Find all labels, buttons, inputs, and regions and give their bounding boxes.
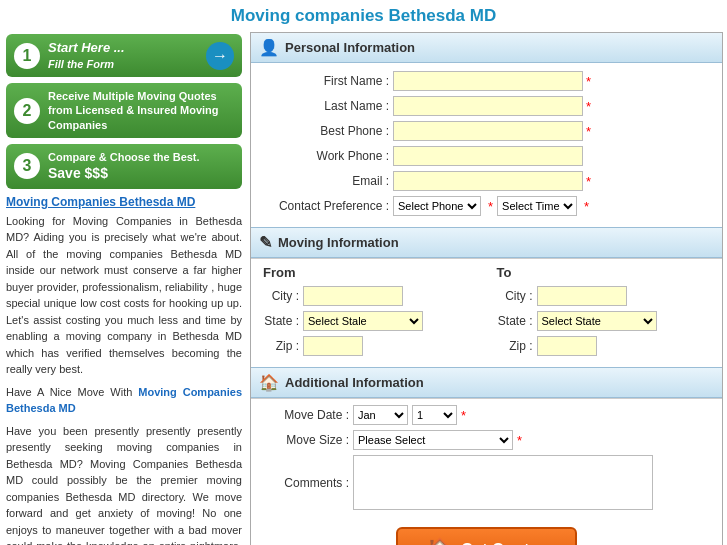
get-quotes-icon: 🏠 xyxy=(426,537,453,545)
personal-info-section: First Name : * Last Name : * Best Phone … xyxy=(251,63,722,227)
additional-info-section: Move Date : Jan FebMarApr MayJunJul AugS… xyxy=(251,398,722,521)
best-phone-required: * xyxy=(586,124,591,139)
step-3-text: Compare & Choose the Best. Save $$$ xyxy=(48,150,234,182)
move-date-required: * xyxy=(461,408,466,423)
moving-columns: From City : State : Select Stale Zip : xyxy=(263,265,710,361)
to-zip-row: Zip : xyxy=(497,336,711,356)
last-name-label: Last Name : xyxy=(263,99,393,113)
person-icon: 👤 xyxy=(259,38,279,57)
step-2-number: 2 xyxy=(14,98,40,124)
email-required: * xyxy=(586,174,591,189)
get-quotes-label: Get Quotes xyxy=(461,541,547,545)
best-phone-input[interactable] xyxy=(393,121,583,141)
from-city-input[interactable] xyxy=(303,286,403,306)
to-state-row: State : Select State xyxy=(497,311,711,331)
contact-phone-select[interactable]: Select Phone xyxy=(393,196,481,216)
step-1-number: 1 xyxy=(14,43,40,69)
personal-info-header: 👤 Personal Information xyxy=(251,33,722,63)
moving-info-section: From City : State : Select Stale Zip : xyxy=(251,258,722,367)
sidebar-para2-prefix: Have A Nice Move With xyxy=(6,386,138,398)
contact-phone-required: * xyxy=(488,199,493,214)
sidebar-link[interactable]: Moving Companies Bethesda MD xyxy=(6,195,242,209)
contact-pref-row: Contact Preference : Select Phone * Sele… xyxy=(263,196,710,216)
from-title: From xyxy=(263,265,477,280)
contact-pref-label: Contact Preference : xyxy=(263,199,393,213)
from-state-label: State : xyxy=(263,314,303,328)
contact-pref-selects: Select Phone * Select Time * xyxy=(393,196,589,216)
to-city-input[interactable] xyxy=(537,286,627,306)
day-select[interactable]: 1 2345 6789 10111213 14151617 18192021 2… xyxy=(412,405,457,425)
from-zip-row: Zip : xyxy=(263,336,477,356)
step-2-text: Receive Multiple Moving Quotes from Lice… xyxy=(48,89,234,132)
first-name-required: * xyxy=(586,74,591,89)
move-size-label: Move Size : xyxy=(263,433,353,447)
additional-info-title: Additional Information xyxy=(285,375,424,390)
get-quotes-row: 🏠 Get Quotes xyxy=(251,521,722,545)
personal-info-title: Personal Information xyxy=(285,40,415,55)
page-title: Moving companies Bethesda MD xyxy=(0,6,727,26)
month-select[interactable]: Jan FebMarApr MayJunJul AugSepOct NovDec xyxy=(353,405,408,425)
move-size-select[interactable]: Please Select Studio 1 Bedroom 2 Bedroom… xyxy=(353,430,513,450)
from-city-row: City : xyxy=(263,286,477,306)
from-state-row: State : Select Stale xyxy=(263,311,477,331)
to-city-label: City : xyxy=(497,289,537,303)
step-1-line2: Fill the Form xyxy=(48,57,200,71)
step-1-box: 1 Start Here ... Fill the Form → xyxy=(6,34,242,77)
from-state-select[interactable]: Select Stale xyxy=(303,311,423,331)
from-zip-label: Zip : xyxy=(263,339,303,353)
sidebar-para3: Have you been presently presently presen… xyxy=(6,423,242,545)
to-title: To xyxy=(497,265,711,280)
email-row: Email : * xyxy=(263,171,710,191)
contact-time-required: * xyxy=(584,199,589,214)
work-phone-input[interactable] xyxy=(393,146,583,166)
to-city-row: City : xyxy=(497,286,711,306)
first-name-input[interactable] xyxy=(393,71,583,91)
last-name-required: * xyxy=(586,99,591,114)
moving-info-title: Moving Information xyxy=(278,235,399,250)
comments-label: Comments : xyxy=(263,476,353,490)
to-zip-input[interactable] xyxy=(537,336,597,356)
contact-time-select[interactable]: Select Time xyxy=(497,196,577,216)
first-name-row: First Name : * xyxy=(263,71,710,91)
step-1-arrow[interactable]: → xyxy=(206,42,234,70)
comments-row: Comments : xyxy=(263,455,710,510)
from-zip-input[interactable] xyxy=(303,336,363,356)
to-column: To City : State : Select State Zip : xyxy=(497,265,711,361)
to-state-label: State : xyxy=(497,314,537,328)
to-zip-label: Zip : xyxy=(497,339,537,353)
sidebar: 1 Start Here ... Fill the Form → 2 Recei… xyxy=(0,30,248,545)
step-3-number: 3 xyxy=(14,153,40,179)
email-label: Email : xyxy=(263,174,393,188)
move-date-row: Move Date : Jan FebMarApr MayJunJul AugS… xyxy=(263,405,710,425)
work-phone-label: Work Phone : xyxy=(263,149,393,163)
move-size-row: Move Size : Please Select Studio 1 Bedro… xyxy=(263,430,710,450)
step-3-save: Save $$$ xyxy=(48,165,108,181)
from-city-label: City : xyxy=(263,289,303,303)
pencil-icon: ✎ xyxy=(259,233,272,252)
moving-info-header: ✎ Moving Information xyxy=(251,227,722,258)
to-state-select[interactable]: Select State xyxy=(537,311,657,331)
step-3-prefix: Compare & Choose the Best. xyxy=(48,151,200,163)
sidebar-para1: Looking for Moving Companies in Bethesda… xyxy=(6,213,242,378)
best-phone-row: Best Phone : * xyxy=(263,121,710,141)
move-date-label: Move Date : xyxy=(263,408,353,422)
best-phone-label: Best Phone : xyxy=(263,124,393,138)
comments-textarea[interactable] xyxy=(353,455,653,510)
step-1-text: Start Here ... Fill the Form xyxy=(48,40,200,71)
work-phone-row: Work Phone : xyxy=(263,146,710,166)
step-1-line1: Start Here ... xyxy=(48,40,200,57)
email-input[interactable] xyxy=(393,171,583,191)
last-name-input[interactable] xyxy=(393,96,583,116)
house-icon: 🏠 xyxy=(259,373,279,392)
step-3-box: 3 Compare & Choose the Best. Save $$$ xyxy=(6,144,242,188)
step-2-box: 2 Receive Multiple Moving Quotes from Li… xyxy=(6,83,242,138)
move-size-required: * xyxy=(517,433,522,448)
page-header: Moving companies Bethesda MD xyxy=(0,0,727,30)
sidebar-para2: Have A Nice Move With Moving Companies B… xyxy=(6,384,242,417)
first-name-label: First Name : xyxy=(263,74,393,88)
from-column: From City : State : Select Stale Zip : xyxy=(263,265,477,361)
form-panel: 👤 Personal Information First Name : * La… xyxy=(250,32,723,545)
last-name-row: Last Name : * xyxy=(263,96,710,116)
additional-info-header: 🏠 Additional Information xyxy=(251,367,722,398)
get-quotes-button[interactable]: 🏠 Get Quotes xyxy=(396,527,577,545)
